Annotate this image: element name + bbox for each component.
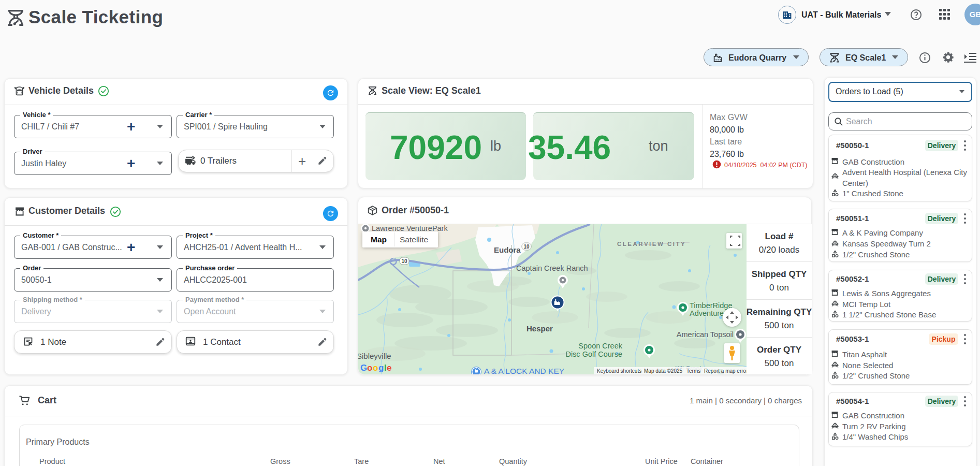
svg-text:g: g [378,363,384,373]
svg-text:Captain Creek Ranch: Captain Creek Ranch [516,264,588,272]
svg-text:A & A LOCK AND KEY: A & A LOCK AND KEY [484,367,564,374]
svg-text:American Topsoil: American Topsoil [677,330,734,339]
svg-text:Terms: Terms [686,368,700,374]
svg-text:Satellite: Satellite [400,235,428,244]
svg-text:Hesper: Hesper [526,324,553,333]
svg-text:Spoon Creek: Spoon Creek [578,342,622,350]
svg-text:Disc Golf Course: Disc Golf Course [565,350,622,358]
svg-text:Map data ©2025: Map data ©2025 [644,368,683,374]
svg-text:G: G [360,363,367,373]
svg-text:Map: Map [371,235,387,244]
svg-text:o: o [373,363,378,373]
svg-text:Sibleyville: Sibleyville [358,352,391,360]
svg-text:Keyboard shortcuts: Keyboard shortcuts [597,368,641,374]
svg-text:10: 10 [523,244,530,250]
svg-text:Eudora: Eudora [494,245,521,254]
svg-text:e: e [387,363,391,373]
svg-text:Lawrence VenturePark: Lawrence VenturePark [372,224,448,232]
svg-text:CLEARVIEW CITY: CLEARVIEW CITY [617,241,686,247]
svg-text:o: o [367,363,372,373]
svg-text:10: 10 [401,258,407,264]
svg-text:Report a map error: Report a map error [704,368,747,374]
svg-text:TimberRidge: TimberRidge [690,301,732,310]
